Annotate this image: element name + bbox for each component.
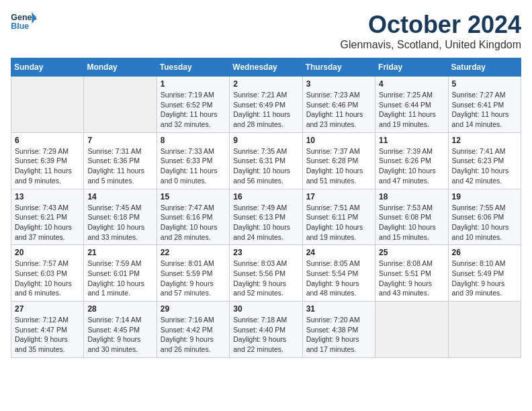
- day-number: 14: [87, 192, 152, 201]
- cell-info: Sunrise: 7:19 AM Sunset: 6:52 PM Dayligh…: [161, 90, 226, 130]
- cell-info: Sunrise: 7:18 AM Sunset: 4:40 PM Dayligh…: [233, 315, 298, 355]
- calendar-cell: 20Sunrise: 7:57 AM Sunset: 6:03 PM Dayli…: [11, 245, 84, 302]
- day-number: 3: [306, 79, 371, 89]
- calendar-cell: 9Sunrise: 7:35 AM Sunset: 6:31 PM Daylig…: [230, 132, 302, 189]
- day-number: 16: [233, 192, 298, 201]
- calendar-week-1: 1Sunrise: 7:19 AM Sunset: 6:52 PM Daylig…: [11, 77, 521, 133]
- calendar-cell: 29Sunrise: 7:16 AM Sunset: 4:42 PM Dayli…: [157, 302, 229, 358]
- day-number: 8: [161, 136, 226, 145]
- weekday-header-friday: Friday: [375, 58, 448, 77]
- calendar-cell: 12Sunrise: 7:41 AM Sunset: 6:23 PM Dayli…: [448, 132, 521, 189]
- day-number: 6: [15, 136, 80, 145]
- cell-info: Sunrise: 7:35 AM Sunset: 6:31 PM Dayligh…: [233, 146, 298, 186]
- day-number: 30: [233, 304, 298, 314]
- cell-info: Sunrise: 8:03 AM Sunset: 5:56 PM Dayligh…: [233, 259, 298, 298]
- calendar-cell: 6Sunrise: 7:29 AM Sunset: 6:39 PM Daylig…: [11, 132, 84, 189]
- day-number: 29: [161, 304, 226, 314]
- calendar-cell: 19Sunrise: 7:55 AM Sunset: 6:06 PM Dayli…: [448, 189, 521, 245]
- calendar-week-4: 20Sunrise: 7:57 AM Sunset: 6:03 PM Dayli…: [11, 245, 521, 302]
- cell-info: Sunrise: 7:12 AM Sunset: 4:47 PM Dayligh…: [15, 315, 80, 355]
- calendar-cell: 23Sunrise: 8:03 AM Sunset: 5:56 PM Dayli…: [230, 245, 302, 302]
- calendar-cell: 18Sunrise: 7:53 AM Sunset: 6:08 PM Dayli…: [375, 189, 448, 245]
- logo-icon: General Blue: [11, 11, 36, 32]
- calendar-cell: 27Sunrise: 7:12 AM Sunset: 4:47 PM Dayli…: [11, 302, 84, 358]
- day-number: 9: [233, 136, 298, 145]
- day-number: 26: [452, 248, 517, 257]
- day-number: 13: [15, 192, 80, 201]
- day-number: 12: [452, 136, 517, 145]
- title-block: October 2024 Glenmavis, Scotland, United…: [341, 11, 521, 51]
- cell-info: Sunrise: 7:25 AM Sunset: 6:44 PM Dayligh…: [379, 90, 444, 130]
- cell-info: Sunrise: 7:59 AM Sunset: 6:01 PM Dayligh…: [87, 259, 152, 298]
- day-number: 4: [379, 79, 444, 89]
- month-title: October 2024: [341, 11, 521, 39]
- calendar-cell: 8Sunrise: 7:33 AM Sunset: 6:33 PM Daylig…: [157, 132, 229, 189]
- day-number: 1: [161, 79, 226, 89]
- calendar-cell: 3Sunrise: 7:23 AM Sunset: 6:46 PM Daylig…: [302, 77, 375, 133]
- calendar-cell: 26Sunrise: 8:10 AM Sunset: 5:49 PM Dayli…: [448, 245, 521, 302]
- calendar-week-5: 27Sunrise: 7:12 AM Sunset: 4:47 PM Dayli…: [11, 302, 521, 358]
- day-number: 5: [452, 79, 517, 89]
- cell-info: Sunrise: 7:20 AM Sunset: 4:38 PM Dayligh…: [306, 315, 371, 355]
- day-number: 15: [161, 192, 226, 201]
- calendar-cell: 28Sunrise: 7:14 AM Sunset: 4:45 PM Dayli…: [84, 302, 157, 358]
- cell-info: Sunrise: 7:14 AM Sunset: 4:45 PM Dayligh…: [87, 315, 152, 355]
- cell-info: Sunrise: 8:08 AM Sunset: 5:51 PM Dayligh…: [379, 259, 444, 298]
- weekday-header-sunday: Sunday: [11, 58, 84, 77]
- calendar-cell: 15Sunrise: 7:47 AM Sunset: 6:16 PM Dayli…: [157, 189, 229, 245]
- calendar-cell: [84, 77, 157, 133]
- weekday-header-tuesday: Tuesday: [157, 58, 229, 77]
- calendar-cell: 17Sunrise: 7:51 AM Sunset: 6:11 PM Dayli…: [302, 189, 375, 245]
- calendar-week-2: 6Sunrise: 7:29 AM Sunset: 6:39 PM Daylig…: [11, 132, 521, 189]
- day-number: 24: [306, 248, 371, 257]
- cell-info: Sunrise: 7:21 AM Sunset: 6:49 PM Dayligh…: [233, 90, 298, 130]
- day-number: 10: [306, 136, 371, 145]
- cell-info: Sunrise: 7:47 AM Sunset: 6:16 PM Dayligh…: [161, 203, 226, 242]
- calendar-cell: 25Sunrise: 8:08 AM Sunset: 5:51 PM Dayli…: [375, 245, 448, 302]
- cell-info: Sunrise: 7:29 AM Sunset: 6:39 PM Dayligh…: [15, 146, 80, 186]
- day-number: 17: [306, 192, 371, 201]
- calendar-cell: [11, 77, 84, 133]
- calendar-cell: 11Sunrise: 7:39 AM Sunset: 6:26 PM Dayli…: [375, 132, 448, 189]
- calendar-cell: 4Sunrise: 7:25 AM Sunset: 6:44 PM Daylig…: [375, 77, 448, 133]
- calendar-cell: 5Sunrise: 7:27 AM Sunset: 6:41 PM Daylig…: [448, 77, 521, 133]
- cell-info: Sunrise: 7:43 AM Sunset: 6:21 PM Dayligh…: [15, 203, 80, 242]
- calendar-cell: 16Sunrise: 7:49 AM Sunset: 6:13 PM Dayli…: [230, 189, 302, 245]
- cell-info: Sunrise: 7:45 AM Sunset: 6:18 PM Dayligh…: [87, 203, 152, 242]
- day-number: 7: [87, 136, 152, 145]
- weekday-header-row: SundayMondayTuesdayWednesdayThursdayFrid…: [11, 58, 521, 77]
- cell-info: Sunrise: 7:57 AM Sunset: 6:03 PM Dayligh…: [15, 259, 80, 298]
- cell-info: Sunrise: 8:05 AM Sunset: 5:54 PM Dayligh…: [306, 259, 371, 298]
- page-header: General Blue October 2024 Glenmavis, Sco…: [11, 11, 521, 51]
- calendar-cell: 7Sunrise: 7:31 AM Sunset: 6:36 PM Daylig…: [84, 132, 157, 189]
- calendar-cell: 10Sunrise: 7:37 AM Sunset: 6:28 PM Dayli…: [302, 132, 375, 189]
- day-number: 28: [87, 304, 152, 314]
- cell-info: Sunrise: 7:33 AM Sunset: 6:33 PM Dayligh…: [161, 146, 226, 186]
- location: Glenmavis, Scotland, United Kingdom: [341, 39, 521, 51]
- cell-info: Sunrise: 7:37 AM Sunset: 6:28 PM Dayligh…: [306, 146, 371, 186]
- cell-info: Sunrise: 7:39 AM Sunset: 6:26 PM Dayligh…: [379, 146, 444, 186]
- calendar-cell: 13Sunrise: 7:43 AM Sunset: 6:21 PM Dayli…: [11, 189, 84, 245]
- day-number: 25: [379, 248, 444, 257]
- weekday-header-wednesday: Wednesday: [230, 58, 302, 77]
- cell-info: Sunrise: 7:27 AM Sunset: 6:41 PM Dayligh…: [452, 90, 517, 130]
- cell-info: Sunrise: 7:41 AM Sunset: 6:23 PM Dayligh…: [452, 146, 517, 186]
- calendar-cell: 24Sunrise: 8:05 AM Sunset: 5:54 PM Dayli…: [302, 245, 375, 302]
- day-number: 23: [233, 248, 298, 257]
- calendar-cell: [448, 302, 521, 358]
- calendar-cell: 22Sunrise: 8:01 AM Sunset: 5:59 PM Dayli…: [157, 245, 229, 302]
- day-number: 27: [15, 304, 80, 314]
- calendar-week-3: 13Sunrise: 7:43 AM Sunset: 6:21 PM Dayli…: [11, 189, 521, 245]
- cell-info: Sunrise: 8:01 AM Sunset: 5:59 PM Dayligh…: [161, 259, 226, 298]
- day-number: 31: [306, 304, 371, 314]
- weekday-header-thursday: Thursday: [302, 58, 375, 77]
- cell-info: Sunrise: 7:16 AM Sunset: 4:42 PM Dayligh…: [161, 315, 226, 355]
- cell-info: Sunrise: 8:10 AM Sunset: 5:49 PM Dayligh…: [452, 259, 517, 298]
- day-number: 22: [161, 248, 226, 257]
- weekday-header-saturday: Saturday: [448, 58, 521, 77]
- cell-info: Sunrise: 7:53 AM Sunset: 6:08 PM Dayligh…: [379, 203, 444, 242]
- cell-info: Sunrise: 7:55 AM Sunset: 6:06 PM Dayligh…: [452, 203, 517, 242]
- weekday-header-monday: Monday: [84, 58, 157, 77]
- day-number: 21: [87, 248, 152, 257]
- day-number: 19: [452, 192, 517, 201]
